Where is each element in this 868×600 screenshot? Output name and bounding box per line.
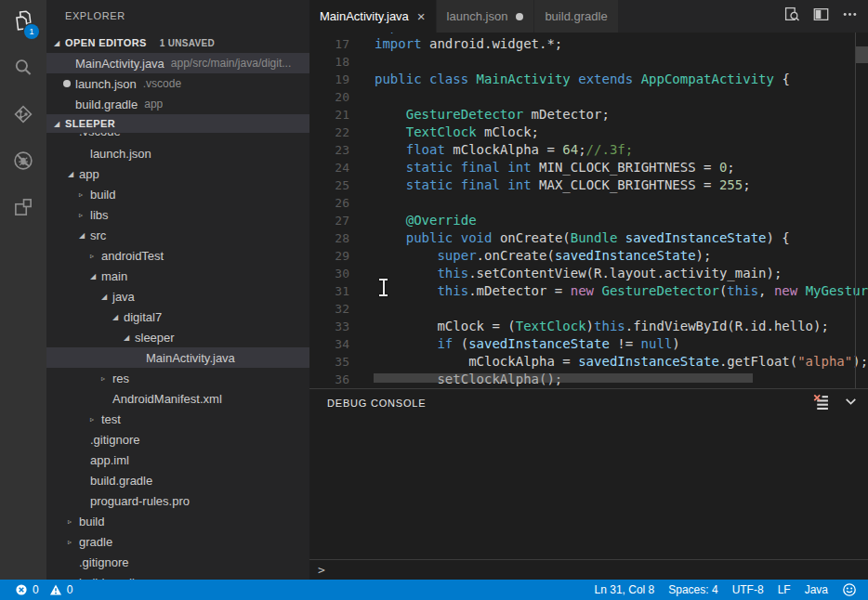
line-number[interactable]: 36 [309,371,375,388]
line-number[interactable]: 34 [309,335,375,353]
tree-item-partial-top[interactable]: .vscode [46,133,309,143]
clear-console-button[interactable] [812,395,829,411]
tree-item-build[interactable]: ▹build [46,184,309,204]
tree-item-build-gradle[interactable]: build.gradle [46,572,309,580]
tree-item-launch-json[interactable]: launch.json [46,143,309,163]
status-item-spaces-4[interactable]: Spaces: 4 [668,583,717,596]
debug-console-input[interactable]: > [309,559,868,580]
open-editors-header[interactable]: ◢ OPEN EDITORS 1 UNSAVED [46,33,309,53]
line-number[interactable]: 18 [309,53,375,71]
code-line-17[interactable]: 17import android.widget.*; [309,35,868,53]
activity-search-button[interactable] [0,46,46,93]
split-editor-button[interactable] [812,8,829,25]
tree-item-build-gradle[interactable]: build.gradle [46,470,309,490]
line-number[interactable]: 27 [309,212,375,229]
activity-explorer-button[interactable]: 1 [0,0,46,46]
tree-item-res[interactable]: ▹res [46,368,309,388]
panel-tab-debug-console[interactable]: DEBUG CONSOLE [327,398,426,409]
line-number[interactable]: 35 [309,353,375,371]
line-number[interactable]: 33 [309,318,375,335]
folder-section-header[interactable]: ◢ SLEEPER [46,114,309,133]
activity-extensions-button[interactable] [0,186,46,232]
code-line-27[interactable]: 27 @Override [309,212,868,229]
tree-item-label: app [79,167,99,181]
tree-item-main[interactable]: ◢main [46,266,309,286]
line-number[interactable]: 22 [309,124,375,141]
activity-debug-button[interactable] [0,139,46,186]
code-line-26[interactable]: 26 [309,194,868,212]
tree-item-app[interactable]: ◢app [46,163,309,184]
open-editor-item-launch-json[interactable]: launch.json.vscode [46,73,309,94]
tree-item-app-iml[interactable]: app.iml [46,450,309,470]
line-number[interactable]: 28 [309,229,375,247]
code-line-22[interactable]: 22 TextClock mClock; [309,124,868,141]
vertical-scrollbar-thumb[interactable] [856,46,868,63]
tree-item-java[interactable]: ◢java [46,286,309,307]
tree-item-test[interactable]: ▹test [46,409,309,429]
activity-source-control-button[interactable] [0,93,46,139]
line-number[interactable]: 31 [309,282,375,300]
tree-item-androidmanifest-xml[interactable]: AndroidManifest.xml [46,388,309,409]
tree-item-libs[interactable]: ▹libs [46,204,309,225]
status-item-lf[interactable]: LF [778,583,791,596]
line-number[interactable]: 29 [309,247,375,265]
tree-item-gradle[interactable]: ▹gradle [46,531,309,552]
line-number[interactable]: 19 [309,71,375,88]
code-line-20[interactable]: 20 [309,88,868,106]
status-item-ln-31-col-8[interactable]: Ln 31, Col 8 [595,583,655,596]
tree-item-gitignore[interactable]: .gitignore [46,429,309,450]
file-description: app [144,98,163,111]
code-line-28[interactable]: 28 public void onCreate(Bundle savedInst… [309,229,868,247]
code-line-32[interactable]: 32 [309,300,868,318]
panel-header: DEBUG CONSOLE [309,389,868,417]
code-line-19[interactable]: 19public class MainActivity extends AppC… [309,71,868,88]
tree-item-label: java [112,290,135,304]
line-number[interactable]: 17 [309,35,375,53]
tree-item-gitignore[interactable]: .gitignore [46,552,309,572]
tree-item-mainactivity-java[interactable]: MainActivity.java [46,347,309,368]
status-item-utf-8[interactable]: UTF-8 [732,583,764,596]
tree-item-label: src [90,228,106,242]
tree-item-androidtest[interactable]: ▹androidTest [46,245,309,266]
code-line-33[interactable]: 33 mClock = (TextClock)this.findViewById… [309,318,868,335]
status-item-java[interactable]: Java [805,583,828,596]
line-number[interactable]: 30 [309,265,375,282]
code-line-18[interactable]: 18 [309,53,868,71]
chevron-down-icon [843,394,859,413]
tree-item-src[interactable]: ◢src [46,225,309,245]
tree-item-proguard-rules-pro[interactable]: proguard-rules.pro [46,490,309,511]
tab-mainactivity-java[interactable]: MainActivity.java× [309,0,437,33]
more-actions-button[interactable] [841,8,858,25]
code-line-21[interactable]: 21 GestureDetector mDetector; [309,106,868,124]
code-line-25[interactable]: 25 static final int MAX_CLOCK_BRIGHTNESS… [309,176,868,194]
tree-item-build[interactable]: ▹build [46,511,309,531]
line-number[interactable]: 24 [309,159,375,176]
code-line-35[interactable]: 35 mClockAlpha = savedInstanceState.getF… [309,353,868,371]
open-preview-button[interactable] [783,8,800,25]
code-line-29[interactable]: 29 super.onCreate(savedInstanceState); [309,247,868,265]
code-editor[interactable]: 16import android.view.GestureDetector;17… [309,33,868,388]
line-number[interactable]: 26 [309,194,375,212]
problems-status[interactable]: 0 0 [0,583,72,596]
tab-build-gradle[interactable]: build.gradle [534,0,618,33]
tree-item-label: build.gradle [90,474,152,488]
code-line-23[interactable]: 23 float mClockAlpha = 64;//.3f; [309,141,868,159]
tab-launch-json[interactable]: launch.json [437,0,535,33]
feedback-smiley-icon[interactable] [842,582,857,597]
line-number[interactable]: 25 [309,176,375,194]
line-number[interactable]: 21 [309,106,375,124]
tree-item-sleeper[interactable]: ◢sleeper [46,327,309,347]
code-line-34[interactable]: 34 if (savedInstanceState != null) [309,335,868,353]
horizontal-scrollbar-thumb[interactable] [374,373,753,383]
code-line-24[interactable]: 24 static final int MIN_CLOCK_BRIGHTNESS… [309,159,868,176]
line-number[interactable]: 23 [309,141,375,159]
line-number[interactable]: 32 [309,300,375,318]
close-icon[interactable]: × [417,9,426,23]
tree-item-digital7[interactable]: ◢digital7 [46,307,309,327]
collapse-panel-button[interactable] [842,395,859,411]
code-line-31[interactable]: 31 this.mDetector = new GestureDetector(… [309,282,868,300]
open-editor-item-build-gradle[interactable]: build.gradleapp [46,94,309,114]
code-line-30[interactable]: 30 this.setContentView(R.layout.activity… [309,265,868,282]
open-editor-item-mainactivity-java[interactable]: MainActivity.javaapp/src/main/java/digit… [46,53,309,73]
line-number[interactable]: 20 [309,88,375,106]
